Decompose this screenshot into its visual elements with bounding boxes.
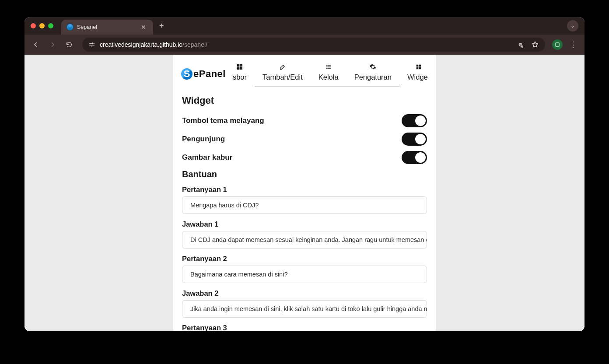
app-header: S ePanel sbor Tambah/Edit Kelola <box>173 55 436 87</box>
browser-tab[interactable]: Sepanel ✕ <box>61 20 153 35</box>
edit-icon <box>279 63 286 70</box>
tune-icon <box>88 41 95 48</box>
gear-icon <box>369 63 376 70</box>
logo-text: ePanel <box>193 68 226 80</box>
toolbar: creativedesignjakarta.github.io/sepanel/… <box>24 35 584 55</box>
field-label-j1: Jawaban 1 <box>182 220 427 228</box>
toggle-knob <box>415 152 426 163</box>
toggle-tombol-tema[interactable] <box>402 114 427 127</box>
field-label-p2: Pertanyaan 2 <box>182 255 427 263</box>
tab-title: Sepanel <box>77 24 136 30</box>
field-label-p3: Pertanyaan 3 <box>182 324 427 331</box>
new-tab-button[interactable]: + <box>153 21 170 31</box>
back-button[interactable] <box>30 38 42 51</box>
close-window-icon[interactable] <box>31 23 36 28</box>
input-jawaban-1[interactable]: Di CDJ anda dapat memesan sesuai keingin… <box>182 231 427 248</box>
maximize-window-icon[interactable] <box>48 23 53 28</box>
arrow-left-icon <box>32 41 40 49</box>
svg-rect-0 <box>556 43 559 46</box>
nav-label: Tambah/Edit <box>262 73 303 81</box>
browser-window: Sepanel ✕ + ⌄ creativedesignjakarta.gith… <box>24 17 584 331</box>
url-text: creativedesignjakarta.github.io/sepanel/ <box>100 41 513 48</box>
page: S ePanel sbor Tambah/Edit Kelola <box>173 55 436 331</box>
field-label-j2: Jawaban 2 <box>182 289 427 298</box>
site-info-icon[interactable] <box>88 41 95 48</box>
app-logo: S ePanel <box>181 68 226 80</box>
dashboard-icon <box>236 63 243 70</box>
reload-icon <box>66 41 73 48</box>
arrow-right-icon <box>49 41 56 49</box>
nav-label: Pengaturan <box>354 73 392 81</box>
setting-label: Gambar kabur <box>182 153 232 162</box>
nav-item-tambah-edit[interactable]: Tambah/Edit <box>255 61 311 87</box>
content: Widget Tombol tema melayang Pengunjung G… <box>173 87 436 331</box>
top-nav: sbor Tambah/Edit Kelola Pengaturan <box>233 61 428 87</box>
setting-label: Tombol tema melayang <box>182 116 264 125</box>
widget-section-title: Widget <box>182 95 427 106</box>
viewport: S ePanel sbor Tambah/Edit Kelola <box>24 55 584 331</box>
reload-button[interactable] <box>63 38 75 51</box>
grid-icon <box>415 63 422 70</box>
forward-button[interactable] <box>46 38 59 51</box>
nav-item-widget[interactable]: Widget <box>399 61 428 87</box>
setting-row-pengunjung: Pengunjung <box>182 130 427 148</box>
tabs-dropdown-button[interactable]: ⌄ <box>567 20 578 32</box>
setting-row-gambar-kabur: Gambar kabur <box>182 148 427 167</box>
nav-item-dasbor[interactable]: sbor <box>233 61 255 87</box>
browser-menu-button[interactable]: ⋮ <box>567 38 579 51</box>
setting-row-tombol-tema: Tombol tema melayang <box>182 112 427 130</box>
input-pertanyaan-1[interactable]: Mengapa harus di CDJ? <box>182 196 427 214</box>
nav-item-pengaturan[interactable]: Pengaturan <box>346 61 399 87</box>
setting-label: Pengunjung <box>182 135 225 144</box>
nav-label: Widget <box>407 73 428 81</box>
favicon-icon <box>66 24 74 31</box>
nav-item-kelola[interactable]: Kelola <box>311 61 346 87</box>
field-label-p1: Pertanyaan 1 <box>182 186 427 194</box>
minimize-window-icon[interactable] <box>39 23 45 28</box>
input-jawaban-2[interactable]: Jika anda ingin memesan di sini, klik sa… <box>182 300 427 318</box>
list-icon <box>325 63 332 70</box>
logo-mark-icon: S <box>181 68 192 80</box>
tab-strip: Sepanel ✕ + <box>61 17 567 35</box>
star-icon[interactable] <box>531 41 539 49</box>
toggle-knob <box>415 134 426 144</box>
key-icon[interactable] <box>517 41 525 49</box>
window-controls <box>31 23 53 28</box>
bantuan-section-title: Bantuan <box>182 169 427 179</box>
address-bar[interactable]: creativedesignjakarta.github.io/sepanel/ <box>82 38 545 52</box>
titlebar: Sepanel ✕ + ⌄ <box>24 17 584 35</box>
toggle-knob <box>415 116 426 126</box>
toggle-gambar-kabur[interactable] <box>402 151 427 164</box>
nav-label: Kelola <box>318 73 339 81</box>
toggle-pengunjung[interactable] <box>402 133 427 146</box>
extension-badge[interactable] <box>552 39 563 50</box>
nav-label: sbor <box>233 73 247 81</box>
input-pertanyaan-2[interactable]: Bagaimana cara memesan di sini? <box>182 266 427 283</box>
close-tab-icon[interactable]: ✕ <box>139 24 148 31</box>
extension-icon <box>554 42 560 48</box>
